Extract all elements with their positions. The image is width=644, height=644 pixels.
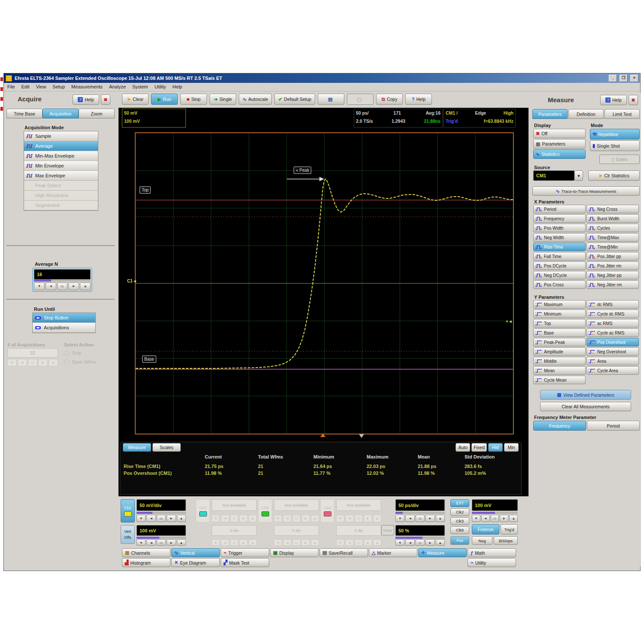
x-parameter-button[interactable]: Rise Time bbox=[533, 243, 586, 251]
maximize-button[interactable]: ❐ bbox=[620, 75, 628, 82]
menu-item[interactable]: System bbox=[132, 84, 148, 90]
trigger-source-button[interactable]: Clk3 bbox=[450, 517, 469, 525]
spinner-button[interactable]: ◄ bbox=[146, 539, 155, 546]
view-defined-parameters-button[interactable]: ▦ View Defined Parameters bbox=[540, 390, 631, 400]
run-until-item[interactable]: Stop Button bbox=[33, 313, 95, 323]
acquisition-mode-item[interactable]: Min-Max Envelope bbox=[24, 151, 98, 161]
x-parameter-button[interactable]: Pos Jitter pp bbox=[586, 252, 639, 261]
results-tab[interactable]: Scales bbox=[152, 443, 181, 452]
display-mode-button[interactable]: ▦ Parameters bbox=[533, 139, 586, 149]
nav-button[interactable]: ⌁ Trigger bbox=[221, 548, 269, 557]
measure-tab[interactable]: Definition bbox=[568, 109, 604, 119]
toolbar-button[interactable]: ⧉ Copy bbox=[376, 94, 403, 105]
clr-statistics-button[interactable]: ➤ Clr Statistics bbox=[588, 170, 640, 181]
frequency-meter-button[interactable]: Frequency bbox=[533, 421, 586, 431]
display-mode-button[interactable]: ✖ Off bbox=[533, 129, 586, 138]
x-parameter-button[interactable]: Neg Width bbox=[533, 233, 586, 242]
y-parameter-button[interactable]: Area bbox=[586, 357, 639, 365]
ch1-offset-display[interactable]: 100 mV bbox=[137, 525, 186, 536]
spinner-button[interactable]: ► bbox=[425, 539, 434, 546]
spinner-button[interactable]: ▲ bbox=[436, 539, 445, 546]
menu-item[interactable]: Setup bbox=[52, 84, 65, 90]
spinner-button[interactable]: ► bbox=[167, 515, 176, 522]
peak-annotation[interactable]: « Peak bbox=[294, 167, 311, 174]
ch1-button[interactable]: Ch1 bbox=[121, 499, 135, 522]
y-parameter-button[interactable]: Middle bbox=[533, 357, 586, 365]
spinner-button[interactable]: ▲ bbox=[177, 539, 186, 546]
menu-item[interactable]: Analyze bbox=[109, 84, 126, 90]
x-parameter-button[interactable]: Pos Width bbox=[533, 224, 586, 232]
acquisition-mode-item[interactable]: High Resolution bbox=[24, 191, 98, 200]
x-parameter-button[interactable]: Pos Cross bbox=[533, 280, 586, 289]
horizontal-reference-marker[interactable] bbox=[320, 433, 325, 437]
y-parameter-button[interactable]: Amplitude bbox=[533, 347, 586, 356]
spinner-button[interactable]: ▭ bbox=[416, 515, 425, 522]
ch1-scale-display[interactable]: 50 mV/div bbox=[137, 499, 186, 511]
x-parameter-button[interactable]: Time@Max bbox=[586, 233, 639, 242]
spinner-button[interactable]: ▲ bbox=[509, 515, 518, 522]
toolbar-button[interactable]: ▢ bbox=[347, 94, 374, 105]
spinner-button[interactable]: ◄ bbox=[405, 539, 414, 546]
nav-button[interactable]: ▤ Save/Recall bbox=[319, 548, 368, 557]
toolbar-button[interactable]: ∿ Autoscale bbox=[239, 94, 272, 105]
measure-tab[interactable]: Parameters bbox=[532, 109, 568, 119]
x-parameter-button[interactable]: Neg Jitter pp bbox=[586, 271, 639, 279]
menu-item[interactable]: View bbox=[36, 84, 46, 90]
trigger-level-marker[interactable]: +◄ bbox=[506, 319, 513, 324]
results-view-button[interactable]: Auto bbox=[456, 443, 470, 452]
spinner-button[interactable]: ◄ bbox=[146, 515, 155, 522]
spinner-button[interactable]: ◄ bbox=[481, 515, 490, 522]
acquire-tab[interactable]: Zoom bbox=[79, 109, 115, 118]
nav-button[interactable]: ▣ Display bbox=[270, 548, 319, 557]
y-parameter-button[interactable]: Top bbox=[533, 319, 586, 328]
trigger-slope-bislope-button[interactable]: BiSlope bbox=[494, 536, 518, 545]
measure-mode-button[interactable]: ⟲ Repetitive bbox=[590, 129, 640, 140]
trigger-mode-trigd-button[interactable]: Trig'd bbox=[501, 524, 518, 535]
x-parameter-button[interactable]: Pos Jitter rm bbox=[586, 261, 639, 270]
spinner-button[interactable]: ▭ bbox=[57, 283, 68, 290]
spinner-button[interactable]: ▭ bbox=[157, 539, 166, 546]
spinner-button[interactable]: ▲ bbox=[177, 515, 186, 522]
toolbar-button[interactable]: ✔ Default Setup bbox=[274, 94, 315, 105]
delay-marker[interactable] bbox=[359, 434, 364, 438]
results-tab[interactable]: Measure bbox=[123, 443, 151, 452]
y-parameter-button[interactable]: dc RMS bbox=[586, 300, 639, 309]
minimize-button[interactable]: _ bbox=[609, 75, 617, 82]
measure-mode-button[interactable]: ▮ Single Shot bbox=[590, 140, 640, 151]
spinner-button[interactable]: ◄ bbox=[405, 515, 414, 522]
nav-button[interactable]: ƒ Math bbox=[468, 548, 516, 557]
results-view-button[interactable]: Min bbox=[504, 443, 519, 452]
horizontal-position-display[interactable]: 50 % bbox=[395, 525, 445, 536]
spinner-button[interactable]: ▭ bbox=[416, 539, 425, 546]
menu-item[interactable]: File bbox=[7, 84, 15, 90]
toolbar-button[interactable]: ▤ bbox=[318, 94, 344, 105]
measure-tab[interactable]: Limit Test bbox=[605, 109, 640, 119]
channel-button[interactable]: Ch4 bbox=[320, 499, 334, 522]
toolbar-button[interactable]: ➔ Single bbox=[210, 94, 236, 105]
measure-help-button[interactable]: ?Help bbox=[600, 95, 627, 105]
spinner-button[interactable]: ► bbox=[425, 515, 434, 522]
x-parameter-button[interactable]: Neg Cross bbox=[586, 205, 639, 213]
trigger-level-display[interactable]: 100 mV bbox=[472, 499, 518, 511]
channel-button[interactable]: Ch2 bbox=[196, 499, 210, 522]
toolbar-button[interactable]: ? Help bbox=[405, 94, 432, 105]
average-n-value[interactable]: 16 bbox=[34, 269, 91, 279]
acquisition-mode-item[interactable]: Average bbox=[24, 141, 98, 151]
spinner-button[interactable]: ▲ bbox=[436, 515, 445, 522]
y-parameter-button[interactable]: Peak-Peak bbox=[533, 338, 586, 346]
y-parameter-button[interactable]: Pos Overshoot bbox=[586, 338, 639, 346]
frequency-meter-button[interactable]: Period bbox=[587, 421, 640, 431]
nav-button[interactable]: ⌁ Utility bbox=[468, 558, 516, 567]
nav-button[interactable]: △ Marker bbox=[369, 548, 417, 557]
nav-button[interactable]: ▞ Mask Test bbox=[221, 558, 269, 567]
acquisition-mode-item[interactable]: Sample bbox=[24, 131, 98, 141]
y-parameter-button[interactable]: Base bbox=[533, 328, 586, 337]
measure-close-button[interactable]: ✖ bbox=[629, 95, 638, 105]
spinner-button[interactable]: ▼ bbox=[395, 539, 404, 546]
trigger-source-button[interactable]: EXT bbox=[450, 499, 469, 507]
nav-button[interactable]: ▦ Channels bbox=[122, 548, 170, 557]
x-parameter-button[interactable]: Time@Min bbox=[586, 243, 639, 251]
x-parameter-button[interactable]: Frequency bbox=[533, 214, 586, 223]
toolbar-button[interactable]: ▶ Run bbox=[151, 94, 178, 105]
source-dropdown[interactable]: CM1 ▾ bbox=[533, 170, 583, 181]
